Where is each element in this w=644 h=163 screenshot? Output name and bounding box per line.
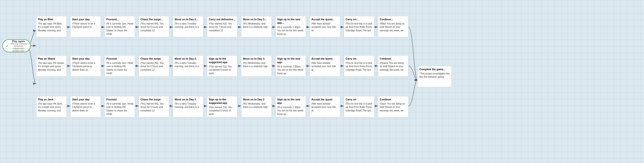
r2n3-title: Proceed. xyxy=(106,57,133,60)
r2n8-title: Sign up to the new app. xyxy=(277,57,304,64)
r2n8-node[interactable]: Sign up to the new app. //It is currentl… xyxy=(275,55,306,76)
flow-diagram: ✓ Play again *The Gig economy comprises … xyxy=(0,0,644,163)
r3n5-body: //It's a rainy Tuesday morning, and ther… xyxy=(175,102,199,108)
r1n4-node[interactable]: Chase the surge... //You earned 45£. You… xyxy=(138,16,169,37)
r2n8-body: //It is currently 2.30pm. You are on fir… xyxy=(277,65,304,75)
r2n5-body: //It's a rainy Tuesday morning, and ther… xyxy=(175,62,199,68)
r2n7-title: Move on to Day 3. xyxy=(243,57,270,60)
r2n10-body: //You're next trip is to pick up food fr… xyxy=(346,62,372,71)
r3n5-node[interactable]: Move on to Day 2 //It's a rainy Tuesday … xyxy=(173,96,204,117)
r3n10-title: Carry on xyxy=(346,98,372,101)
r1n4-body: //You earned 45£. You drove for 6 hours … xyxy=(140,22,164,32)
r1n5-node[interactable]: Move on to Day 2... //It's a rainy Tuesd… xyxy=(173,16,204,37)
r2n5-title: Move on to Day 2. xyxy=(175,57,202,60)
r2n5-node[interactable]: Move on to Day 2. //It's a rainy Tuesday… xyxy=(173,55,204,76)
r2n1-node[interactable]: Play as Shane The app says //Hi Shane, I… xyxy=(36,55,67,76)
r2n10-node[interactable]: Carry on. //You're next trip is to pick … xyxy=(344,55,374,76)
start-node[interactable]: ✓ Play again *The Gig economy comprises … xyxy=(2,39,31,52)
r3n7-node[interactable]: Move on to Day 3 //It's Wednesday, and t… xyxy=(241,96,272,117)
end-node[interactable]: Complete the game... *This project inves… xyxy=(418,66,452,87)
r3n6-body: //You earned 21£. You completed 6 hours … xyxy=(209,106,232,116)
r3n8-body: //It is currently 2.30pm. You are on fir… xyxy=(277,106,304,116)
r3n2-node[interactable]: Start your day //There seems to be a Cit… xyxy=(70,96,101,117)
r3n9-node[interactable]: Accept the quest //We have already accep… xyxy=(310,96,340,117)
r3n4-body: //You earned 45£. You drove for 6 hours … xyxy=(140,102,164,112)
r1n11-body: //Bilal, You are doing so well! Based on… xyxy=(380,22,404,32)
r3n11-body: //Jack, You are doing so well! Based on … xyxy=(380,102,405,112)
r1n5-body: //It's a rainy Tuesday morning, and ther… xyxy=(175,22,199,28)
r1n7-node[interactable]: Move on to Day 3... //It's Wednesday, an… xyxy=(241,16,272,37)
r1n3-node[interactable]: Proceed... //It is currently 1pm. Head o… xyxy=(104,16,135,37)
r2n3-body: //It is currently 1pm. Head over to Nott… xyxy=(106,62,133,75)
r3n1-title: Play as Jack xyxy=(38,98,65,101)
r3n7-body: //It's Wednesday, and there is a relativ… xyxy=(243,102,268,108)
r1n10-body: //You're next trip is to pick up food fr… xyxy=(346,22,372,32)
r2n2-body: //There seems to be a CitySprint parcel … xyxy=(72,62,95,71)
r2n11-node[interactable]: Continue. //Shane, You are doing so well… xyxy=(378,55,408,76)
r2n10-title: Carry on. xyxy=(346,57,372,60)
r1n8-node[interactable]: Sign up to the new app... //It is curren… xyxy=(275,16,306,37)
end-body: *This project investigates the fine line… xyxy=(419,72,450,78)
r1n10-title: Carry on... xyxy=(346,18,372,21)
start-subtext: *The Gig economy comprises independent w… xyxy=(10,43,27,52)
r2n6-title: Sign up to the suggested app. xyxy=(209,57,236,64)
check-icon: ✓ xyxy=(6,44,8,48)
r1n4-title: Chase the surge... xyxy=(140,18,167,21)
r3n10-node[interactable]: Carry on //You're next trip is to pick u… xyxy=(344,96,374,117)
r1n9-body: //We have already accepted your next rid… xyxy=(312,22,336,32)
r1n6-node[interactable]: Carry out deliveries... //You earned 41£… xyxy=(207,16,238,37)
r1n9-node[interactable]: Accept the quest... //We have already ac… xyxy=(310,16,340,37)
r1n3-title: Proceed... xyxy=(106,18,133,21)
r1n8-body: //It is currently 2.30pm. You are on fir… xyxy=(277,26,304,35)
r2n1-title: Play as Shane xyxy=(38,57,65,60)
r2n7-node[interactable]: Move on to Day 3. //It's Wednesday, and … xyxy=(241,55,272,76)
r3n4-title: Chase the surge xyxy=(140,98,167,101)
r1n10-node[interactable]: Carry on... //You're next trip is to pic… xyxy=(344,16,374,37)
r1n2-body: //There seems to be a CitySprint parcel … xyxy=(72,22,95,28)
end-title: Complete the game... xyxy=(419,68,450,71)
r3n9-title: Accept the quest xyxy=(312,98,338,101)
r1n2-node[interactable]: Start your day. //There seems to be a Ci… xyxy=(70,16,101,37)
r3n2-body: //There seems to be a CitySprint parcel … xyxy=(72,102,95,112)
r1n11-node[interactable]: Continue... //Bilal, You are doing so we… xyxy=(378,16,408,37)
r1n11-title: Continue... xyxy=(380,18,407,21)
r1n8-title: Sign up to the new app... xyxy=(277,18,304,25)
r2n3-node[interactable]: Proceed. //It is currently 1pm. Head ove… xyxy=(104,55,135,76)
r3n11-node[interactable]: Continue //Jack, You are doing so well! … xyxy=(378,96,408,117)
r3n5-title: Move on to Day 2 xyxy=(175,98,202,101)
r2n7-body: //It's Wednesday, and there is a relativ… xyxy=(243,62,268,68)
r2n4-body: //You earned 45£. You drove for 6 hours … xyxy=(140,62,164,71)
r3n6-title: Sign up to the suggested app xyxy=(209,98,236,105)
r1n2-title: Start your day. xyxy=(72,18,99,21)
r2n9-title: Accept the quest. xyxy=(312,57,338,60)
r3n6-node[interactable]: Sign up to the suggested app //You earne… xyxy=(207,96,238,117)
r1n1-body: The app says //Hi Bilal, It's a bright a… xyxy=(38,22,62,32)
r3n8-node[interactable]: Sign up to the new app //It is currently… xyxy=(275,96,306,117)
r2n4-node[interactable]: Chase the surge. //You earned 45£. You d… xyxy=(138,55,169,76)
r1n5-title: Move on to Day 2... xyxy=(175,18,202,21)
r3n3-title: Proceed xyxy=(106,98,133,101)
r3n2-title: Start your day xyxy=(72,98,99,101)
r2n1-body: The app says //Hi Shane, It's a bright a… xyxy=(38,62,64,71)
r3n10-body: //You're next trip is to pick up food fr… xyxy=(346,102,372,112)
r3n3-node[interactable]: Proceed //It is currently 1pm. Head over… xyxy=(104,96,135,117)
r3n8-title: Sign up to the new app xyxy=(277,98,304,105)
r2n9-body: //We have already accepted your next rid… xyxy=(312,62,336,71)
r1n1-node[interactable]: Play as Bilal The app says //Hi Bilal, I… xyxy=(36,16,67,37)
r2n2-node[interactable]: Start your day. //There seems to be a Ci… xyxy=(70,55,101,76)
r3n1-node[interactable]: Play as Jack The app says //Hi Jack, It'… xyxy=(36,96,67,117)
r3n7-title: Move on to Day 3 xyxy=(243,98,270,101)
r1n7-title: Move on to Day 3... xyxy=(243,18,270,21)
r1n9-title: Accept the quest... xyxy=(312,18,338,21)
r1n1-title: Play as Bilal xyxy=(38,18,65,21)
r3n4-node[interactable]: Chase the surge //You earned 45£. You dr… xyxy=(138,96,169,117)
r3n11-title: Continue xyxy=(380,98,407,101)
r2n9-node[interactable]: Accept the quest. //We have already acce… xyxy=(310,55,340,76)
r2n6-body: //You earned 21£. You completed 6 hours … xyxy=(209,65,232,75)
r2n6-node[interactable]: Sign up to the suggested app. //You earn… xyxy=(207,55,238,76)
r1n6-body: //You earned 41£. You drove for 7 hours … xyxy=(209,22,232,32)
r3n1-body: The app says //Hi Jack, It's a bright an… xyxy=(38,102,62,112)
r1n6-title: Carry out deliveries... xyxy=(209,18,236,21)
r2n11-body: //Shane, You are doing so well! Based on… xyxy=(380,62,404,71)
r1n7-body: //It's Wednesday, and there is a relativ… xyxy=(243,22,268,28)
